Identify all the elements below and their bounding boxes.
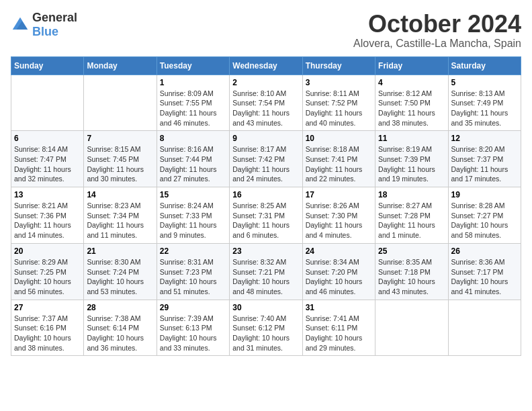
calendar-cell: 9Sunrise: 8:17 AM Sunset: 7:42 PM Daylig… [230, 131, 302, 187]
calendar-cell: 13Sunrise: 8:21 AM Sunset: 7:36 PM Dayli… [11, 187, 84, 244]
calendar-cell: 10Sunrise: 8:18 AM Sunset: 7:41 PM Dayli… [302, 131, 375, 187]
calendar-week-3: 13Sunrise: 8:21 AM Sunset: 7:36 PM Dayli… [11, 187, 521, 244]
day-info: Sunrise: 8:11 AM Sunset: 7:52 PM Dayligh… [306, 89, 372, 128]
day-number: 22 [160, 246, 226, 256]
calendar-week-1: 1Sunrise: 8:09 AM Sunset: 7:55 PM Daylig… [11, 75, 521, 131]
day-info: Sunrise: 8:35 AM Sunset: 7:18 PM Dayligh… [378, 257, 445, 297]
calendar-cell: 26Sunrise: 8:36 AM Sunset: 7:17 PM Dayli… [448, 243, 521, 300]
logo-text: General Blue [32, 11, 77, 39]
calendar-cell [375, 300, 448, 356]
calendar-cell: 17Sunrise: 8:26 AM Sunset: 7:30 PM Dayli… [302, 187, 375, 244]
day-number: 10 [306, 134, 372, 143]
calendar-cell: 25Sunrise: 8:35 AM Sunset: 7:18 PM Dayli… [375, 243, 448, 300]
day-number: 3 [306, 78, 372, 87]
day-number: 26 [451, 246, 518, 256]
calendar-week-5: 27Sunrise: 7:37 AM Sunset: 6:16 PM Dayli… [11, 300, 521, 356]
day-info: Sunrise: 8:27 AM Sunset: 7:28 PM Dayligh… [378, 201, 445, 240]
location-title: Alovera, Castille-La Mancha, Spain [353, 38, 521, 50]
header-cell-tuesday: Tuesday [157, 56, 229, 75]
day-number: 4 [378, 78, 445, 87]
day-number: 19 [451, 190, 518, 199]
calendar-header: SundayMondayTuesdayWednesdayThursdayFrid… [11, 56, 521, 75]
day-number: 8 [160, 134, 226, 143]
day-number: 15 [160, 190, 226, 199]
calendar-cell: 4Sunrise: 8:12 AM Sunset: 7:50 PM Daylig… [375, 75, 448, 131]
calendar-cell: 2Sunrise: 8:10 AM Sunset: 7:54 PM Daylig… [230, 75, 302, 131]
day-number: 6 [14, 134, 81, 143]
day-info: Sunrise: 8:34 AM Sunset: 7:20 PM Dayligh… [306, 257, 372, 297]
day-number: 29 [160, 303, 226, 312]
day-number: 31 [306, 303, 372, 312]
day-info: Sunrise: 8:26 AM Sunset: 7:30 PM Dayligh… [306, 201, 372, 240]
day-info: Sunrise: 8:28 AM Sunset: 7:27 PM Dayligh… [451, 201, 518, 240]
header-cell-friday: Friday [375, 56, 448, 75]
day-info: Sunrise: 8:12 AM Sunset: 7:50 PM Dayligh… [378, 89, 445, 128]
day-info: Sunrise: 8:29 AM Sunset: 7:25 PM Dayligh… [14, 257, 81, 297]
calendar-body: 1Sunrise: 8:09 AM Sunset: 7:55 PM Daylig… [11, 75, 521, 356]
day-number: 24 [306, 246, 372, 256]
day-info: Sunrise: 8:13 AM Sunset: 7:49 PM Dayligh… [451, 89, 518, 128]
calendar-cell: 14Sunrise: 8:23 AM Sunset: 7:34 PM Dayli… [84, 187, 157, 244]
logo: General Blue [11, 11, 77, 39]
day-number: 14 [87, 190, 153, 199]
day-info: Sunrise: 7:37 AM Sunset: 6:16 PM Dayligh… [14, 314, 81, 353]
calendar-cell: 19Sunrise: 8:28 AM Sunset: 7:27 PM Dayli… [448, 187, 521, 244]
day-number: 1 [160, 78, 226, 87]
calendar-cell: 3Sunrise: 8:11 AM Sunset: 7:52 PM Daylig… [302, 75, 375, 131]
day-info: Sunrise: 7:38 AM Sunset: 6:14 PM Dayligh… [87, 314, 153, 353]
calendar-cell: 30Sunrise: 7:40 AM Sunset: 6:12 PM Dayli… [230, 300, 302, 356]
day-number: 20 [14, 246, 81, 256]
day-info: Sunrise: 8:25 AM Sunset: 7:31 PM Dayligh… [232, 201, 299, 240]
header-cell-wednesday: Wednesday [230, 56, 302, 75]
day-info: Sunrise: 8:24 AM Sunset: 7:33 PM Dayligh… [160, 201, 226, 240]
title-block: October 2024 Alovera, Castille-La Mancha… [353, 11, 521, 50]
calendar-cell: 18Sunrise: 8:27 AM Sunset: 7:28 PM Dayli… [375, 187, 448, 244]
calendar-cell: 7Sunrise: 8:15 AM Sunset: 7:45 PM Daylig… [84, 131, 157, 187]
header-cell-sunday: Sunday [11, 56, 84, 75]
day-info: Sunrise: 8:36 AM Sunset: 7:17 PM Dayligh… [451, 257, 518, 297]
day-info: Sunrise: 8:20 AM Sunset: 7:37 PM Dayligh… [451, 144, 518, 184]
day-info: Sunrise: 7:39 AM Sunset: 6:13 PM Dayligh… [160, 314, 226, 353]
day-info: Sunrise: 8:15 AM Sunset: 7:45 PM Dayligh… [87, 144, 153, 184]
day-number: 5 [451, 78, 518, 87]
calendar-cell [448, 300, 521, 356]
day-number: 21 [87, 246, 153, 256]
calendar-cell: 27Sunrise: 7:37 AM Sunset: 6:16 PM Dayli… [11, 300, 84, 356]
day-info: Sunrise: 8:17 AM Sunset: 7:42 PM Dayligh… [232, 144, 299, 184]
calendar-cell: 23Sunrise: 8:32 AM Sunset: 7:21 PM Dayli… [230, 243, 302, 300]
day-number: 25 [378, 246, 445, 256]
calendar-cell: 5Sunrise: 8:13 AM Sunset: 7:49 PM Daylig… [448, 75, 521, 131]
calendar-cell: 15Sunrise: 8:24 AM Sunset: 7:33 PM Dayli… [157, 187, 229, 244]
calendar-cell [84, 75, 157, 131]
page-header: General Blue October 2024 Alovera, Casti… [11, 11, 521, 50]
calendar-week-2: 6Sunrise: 8:14 AM Sunset: 7:47 PM Daylig… [11, 131, 521, 187]
day-number: 12 [451, 134, 518, 143]
calendar-cell [11, 75, 84, 131]
day-number: 23 [232, 246, 299, 256]
calendar-cell: 24Sunrise: 8:34 AM Sunset: 7:20 PM Dayli… [302, 243, 375, 300]
day-number: 30 [232, 303, 299, 312]
calendar-cell: 6Sunrise: 8:14 AM Sunset: 7:47 PM Daylig… [11, 131, 84, 187]
calendar-cell: 29Sunrise: 7:39 AM Sunset: 6:13 PM Dayli… [157, 300, 229, 356]
day-number: 9 [232, 134, 299, 143]
calendar-cell: 20Sunrise: 8:29 AM Sunset: 7:25 PM Dayli… [11, 243, 84, 300]
day-info: Sunrise: 8:23 AM Sunset: 7:34 PM Dayligh… [87, 201, 153, 240]
calendar-cell: 1Sunrise: 8:09 AM Sunset: 7:55 PM Daylig… [157, 75, 229, 131]
day-number: 11 [378, 134, 445, 143]
day-info: Sunrise: 8:19 AM Sunset: 7:39 PM Dayligh… [378, 144, 445, 184]
calendar-table: SundayMondayTuesdayWednesdayThursdayFrid… [11, 56, 521, 357]
day-number: 7 [87, 134, 153, 143]
calendar-cell: 12Sunrise: 8:20 AM Sunset: 7:37 PM Dayli… [448, 131, 521, 187]
calendar-cell: 21Sunrise: 8:30 AM Sunset: 7:24 PM Dayli… [84, 243, 157, 300]
day-info: Sunrise: 8:10 AM Sunset: 7:54 PM Dayligh… [232, 89, 299, 128]
day-info: Sunrise: 8:14 AM Sunset: 7:47 PM Dayligh… [14, 144, 81, 184]
day-info: Sunrise: 8:32 AM Sunset: 7:21 PM Dayligh… [232, 257, 299, 297]
day-info: Sunrise: 7:40 AM Sunset: 6:12 PM Dayligh… [232, 314, 299, 353]
day-number: 28 [87, 303, 153, 312]
day-info: Sunrise: 8:09 AM Sunset: 7:55 PM Dayligh… [160, 89, 226, 128]
header-cell-monday: Monday [84, 56, 157, 75]
day-info: Sunrise: 8:21 AM Sunset: 7:36 PM Dayligh… [14, 201, 81, 240]
calendar-cell: 11Sunrise: 8:19 AM Sunset: 7:39 PM Dayli… [375, 131, 448, 187]
day-number: 2 [232, 78, 299, 87]
month-title: October 2024 [353, 11, 521, 38]
